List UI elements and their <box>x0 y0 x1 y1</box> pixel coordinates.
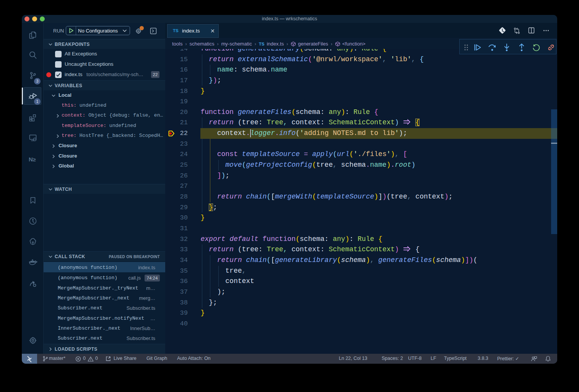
svg-text:N: N <box>29 156 33 163</box>
svg-text:≥: ≥ <box>33 156 36 163</box>
